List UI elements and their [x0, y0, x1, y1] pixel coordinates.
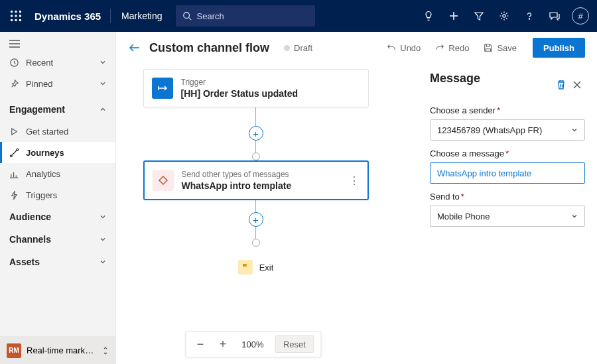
brand-name[interactable]: Dynamics 365 — [28, 11, 107, 22]
node-message[interactable]: Send other types of messages WhatsApp in… — [143, 160, 369, 200]
node-kind-label: Send other types of messages — [182, 170, 292, 179]
clock-icon — [9, 58, 19, 68]
delete-button[interactable] — [553, 77, 569, 93]
sidebar-item-pinned[interactable]: Pinned — [0, 73, 115, 94]
zoom-level: 100% — [237, 339, 268, 349]
sidebar-item-journeys[interactable]: Journeys — [0, 142, 115, 163]
global-header: Dynamics 365 Marketing # — [0, 0, 597, 32]
chart-icon — [9, 169, 19, 179]
properties-panel: Message Choose a sender* 123456789 (What… — [418, 64, 597, 364]
pin-icon — [9, 79, 19, 89]
svg-rect-1 — [15, 11, 17, 13]
global-search[interactable] — [176, 5, 315, 27]
flag-icon — [238, 260, 253, 274]
area-switcher[interactable]: RM Real-time marketi... — [0, 336, 115, 364]
global-search-input[interactable] — [197, 11, 308, 21]
node-exit[interactable]: Exit — [238, 260, 274, 274]
panel-title: Message — [430, 72, 480, 86]
app-launcher-icon[interactable] — [4, 4, 28, 28]
sidebar-section-label: Channels — [9, 234, 51, 245]
svg-rect-5 — [19, 15, 21, 17]
sendto-dropdown[interactable]: Mobile Phone — [430, 206, 585, 227]
chevron-down-icon — [571, 127, 578, 133]
node-more-menu[interactable]: ⋮ — [349, 174, 360, 187]
svg-point-14 — [529, 19, 529, 19]
undo-icon — [387, 43, 396, 52]
sidebar-item-analytics[interactable]: Analytics — [0, 163, 115, 184]
node-socket — [252, 239, 260, 247]
chevron-down-icon — [100, 213, 106, 220]
gear-icon[interactable] — [492, 4, 516, 28]
sidebar-item-label: Journeys — [26, 148, 64, 158]
connector-line — [255, 141, 256, 152]
area-badge: RM — [7, 343, 21, 358]
svg-point-20 — [17, 149, 19, 151]
redo-icon — [435, 43, 444, 52]
back-button[interactable] — [128, 43, 140, 52]
trigger-icon — [152, 78, 173, 99]
message-dropdown[interactable]: WhatsApp intro template — [430, 162, 585, 184]
sender-value: 123456789 (WhatsApp FR) — [437, 125, 542, 135]
sidebar-item-label: Get started — [26, 127, 68, 137]
zoom-toolbar: − + 100% Reset — [185, 331, 322, 357]
connector-line — [255, 200, 256, 212]
connector-line — [255, 107, 256, 126]
sidebar-item-triggers[interactable]: Triggers — [0, 184, 115, 206]
redo-label: Redo — [448, 43, 469, 53]
help-icon[interactable] — [517, 4, 541, 28]
svg-rect-8 — [19, 19, 21, 21]
undo-label: Undo — [400, 43, 421, 53]
publish-button[interactable]: Publish — [533, 38, 585, 58]
sidebar-section-label: Assets — [9, 257, 40, 267]
filter-icon[interactable] — [467, 4, 491, 28]
svg-rect-0 — [11, 11, 13, 13]
lightbulb-icon[interactable] — [417, 4, 440, 28]
zoom-in-button[interactable]: + — [215, 337, 231, 351]
chevron-down-icon — [100, 236, 106, 243]
message-value: WhatsApp intro template — [437, 168, 531, 178]
content-area: Custom channel flow Draft Undo Redo Save… — [116, 32, 597, 364]
svg-line-10 — [188, 18, 191, 21]
play-icon — [9, 127, 19, 137]
sidebar-item-label: Pinned — [26, 79, 52, 89]
area-name: Real-time marketi... — [27, 345, 97, 355]
undo-button[interactable]: Undo — [384, 42, 423, 54]
exit-label: Exit — [259, 263, 274, 273]
user-avatar[interactable]: # — [572, 7, 589, 25]
zoom-out-button[interactable]: − — [192, 337, 208, 351]
status-dot-icon — [284, 45, 290, 51]
zoom-reset-button[interactable]: Reset — [275, 335, 314, 353]
status-pill: Draft — [284, 43, 312, 53]
svg-point-13 — [503, 15, 505, 17]
module-name[interactable]: Marketing — [113, 11, 170, 21]
redo-button[interactable]: Redo — [432, 42, 472, 54]
sidebar-section-audience[interactable]: Audience — [0, 206, 115, 228]
node-title: [HH] Order Status updated — [181, 88, 298, 99]
node-socket — [252, 152, 260, 160]
node-title: WhatsApp intro template — [182, 180, 292, 191]
sidebar-item-get-started[interactable]: Get started — [0, 121, 115, 142]
save-button[interactable]: Save — [481, 42, 519, 54]
sender-dropdown[interactable]: 123456789 (WhatsApp FR) — [430, 119, 585, 141]
sidebar-section-engagement[interactable]: Engagement — [0, 98, 115, 121]
journey-icon — [9, 148, 19, 158]
sidebar-item-recent[interactable]: Recent — [0, 52, 115, 73]
plus-icon[interactable] — [442, 4, 466, 28]
svg-rect-3 — [11, 15, 13, 17]
header-divider — [110, 9, 111, 23]
sidebar-collapse-toggle[interactable] — [0, 36, 115, 52]
add-step-button[interactable]: + — [249, 212, 263, 227]
journey-canvas[interactable]: Trigger [HH] Order Status updated + Send… — [116, 64, 418, 364]
sendto-value: Mobile Phone — [437, 212, 490, 221]
node-trigger[interactable]: Trigger [HH] Order Status updated — [143, 69, 369, 107]
add-step-button[interactable]: + — [249, 126, 263, 141]
sidebar-section-channels[interactable]: Channels — [0, 228, 115, 251]
left-sidebar: Recent Pinned Engagement Get started Jou… — [0, 32, 116, 364]
close-panel-button[interactable] — [569, 77, 585, 93]
sidebar-section-assets[interactable]: Assets — [0, 251, 115, 273]
svg-rect-6 — [11, 19, 13, 21]
chat-icon[interactable] — [543, 4, 566, 28]
chevron-down-icon — [100, 59, 106, 66]
svg-rect-4 — [15, 15, 17, 17]
sidebar-item-label: Recent — [26, 58, 53, 68]
